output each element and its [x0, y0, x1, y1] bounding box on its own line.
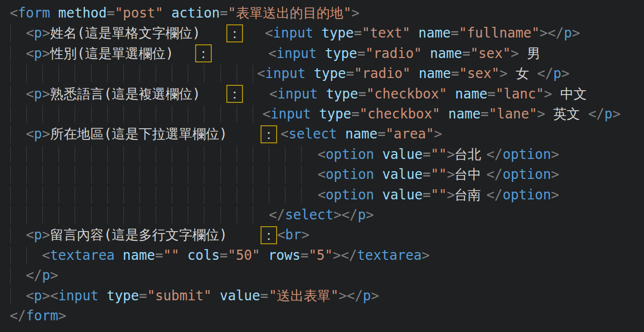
code-editor[interactable]: <form method="post" action="表單送出的目的地"><p… — [0, 0, 644, 332]
token-tag: input — [277, 45, 317, 61]
indent-guide — [140, 206, 140, 224]
code-line[interactable]: <p><input type="submit" value="送出表單"></p… — [0, 286, 644, 306]
code-run: <option value=""> — [318, 185, 455, 205]
token-punct: < — [10, 5, 18, 20]
token-punct: = — [220, 247, 228, 263]
token-punct: < — [277, 227, 285, 242]
indent-guide — [91, 105, 92, 123]
token-string: "50" — [228, 247, 260, 263]
token-punct: > — [42, 227, 50, 242]
token-punct: < — [281, 126, 289, 141]
code-line[interactable]: <p>所在地區(這是下拉選單欄位)<select name="area">： — [0, 124, 644, 144]
token-tag: option — [326, 187, 374, 202]
code-line[interactable]: <option value="">台中</option> — [0, 164, 644, 184]
token-tag: input — [278, 86, 318, 101]
token-punct: = — [107, 5, 115, 20]
indent-guide — [188, 146, 188, 163]
token-punct: > — [302, 227, 310, 242]
indent-guide — [237, 105, 237, 123]
indent-guide — [172, 105, 172, 123]
token-attr: name — [422, 45, 463, 61]
token-tag: p — [604, 106, 613, 121]
token-string: "area" — [385, 126, 434, 141]
indent-guide — [91, 146, 92, 163]
token-punct: = — [451, 25, 459, 40]
code-run: <p>姓名(這是單格文字欄位) — [26, 23, 201, 43]
code-line[interactable]: <option value="">台北</option> — [0, 144, 644, 164]
token-attr: type — [318, 86, 358, 101]
unicode-highlight-box: ： — [226, 24, 243, 42]
indent-guide — [59, 166, 59, 183]
indent-guide — [285, 146, 285, 163]
indent-guide — [269, 166, 269, 183]
token-punct: > — [500, 65, 508, 81]
indent-guide — [140, 146, 140, 163]
code-run: <p>所在地區(這是下拉選單欄位) — [26, 124, 227, 144]
token-string: "" — [431, 187, 447, 202]
token-attr: action — [163, 5, 220, 20]
indent-guide — [237, 65, 237, 82]
token-tag: input — [58, 288, 99, 303]
token-punct: = — [260, 288, 268, 303]
token-punct: > — [422, 247, 430, 263]
token-punct: = — [357, 45, 365, 61]
indent-guide — [42, 146, 43, 163]
indent-guide — [156, 146, 156, 163]
code-line[interactable]: <option value="">台南</option> — [0, 185, 644, 205]
token-attr: name — [447, 86, 487, 101]
code-line[interactable]: <input type="radio" name="sex"> 女 </p> — [0, 63, 644, 83]
code-run: <br> — [277, 225, 309, 245]
indent-guide — [221, 166, 221, 183]
token-text: 台中 — [454, 166, 481, 182]
code-line[interactable]: <form method="post" action="表單送出的目的地"> — [0, 3, 644, 23]
code-line[interactable]: <p>性別(這是單選欄位)<input type="radio" name="s… — [0, 43, 644, 63]
indent-guide — [188, 65, 188, 82]
code-line[interactable]: </p> — [0, 265, 644, 285]
code-run: "送出表單"></p> — [269, 286, 379, 306]
token-punct: < — [26, 227, 34, 242]
code-line[interactable]: <p>熟悉語言(這是複選欄位)<input type="checkbox" na… — [0, 84, 644, 104]
code-line[interactable]: </form> — [0, 306, 644, 326]
code-line[interactable]: <p>留言內容(這是多行文字欄位)<br>： — [0, 225, 644, 245]
code-run: <p>熟悉語言(這是複選欄位) — [26, 84, 201, 104]
indent-guide — [204, 186, 204, 204]
token-punct: > — [50, 267, 59, 283]
token-punct: > — [612, 106, 621, 121]
indent-guide — [10, 287, 11, 305]
token-tag: p — [34, 25, 42, 40]
indent-guide — [59, 146, 59, 163]
token-punct: = — [346, 65, 354, 81]
token-punct: < — [318, 187, 326, 202]
indent-guide — [10, 166, 11, 183]
token-string: "radio" — [354, 65, 411, 81]
code-line[interactable]: <textarea name="" cols="50" rows="5"></t… — [0, 245, 644, 265]
token-punct: </ — [26, 267, 42, 283]
token-text: 台南 — [454, 187, 481, 202]
indent-guide — [204, 206, 204, 224]
token-punct: = — [155, 247, 163, 263]
indent-guide — [42, 166, 43, 183]
indent-guide — [253, 186, 253, 204]
indent-guide — [253, 166, 253, 183]
indent-guide — [172, 206, 172, 224]
token-punct: < — [318, 166, 326, 182]
token-punct: < — [268, 45, 277, 61]
code-run: 台北 — [454, 144, 481, 164]
token-punct: < — [50, 288, 59, 303]
token-attr: name — [115, 247, 155, 263]
indent-guide — [188, 166, 188, 183]
token-punct: > — [339, 288, 347, 303]
token-punct: > — [42, 288, 50, 303]
code-run: </option> — [486, 185, 559, 205]
indent-guide — [59, 65, 59, 82]
code-line[interactable]: </select></p> — [0, 205, 644, 225]
code-line[interactable]: <input type="checkbox" name="lane"> 英文 <… — [0, 104, 644, 124]
token-attr: type — [311, 106, 351, 121]
code-run: <option value=""> — [318, 144, 455, 164]
code-run: </form> — [10, 306, 66, 326]
indent-guide — [301, 186, 302, 204]
code-line[interactable]: <p>姓名(這是單格文字欄位)<input type="text" name="… — [0, 23, 644, 43]
indent-guide — [285, 166, 285, 183]
indent-guide — [253, 105, 253, 123]
indent-guide — [10, 65, 11, 82]
